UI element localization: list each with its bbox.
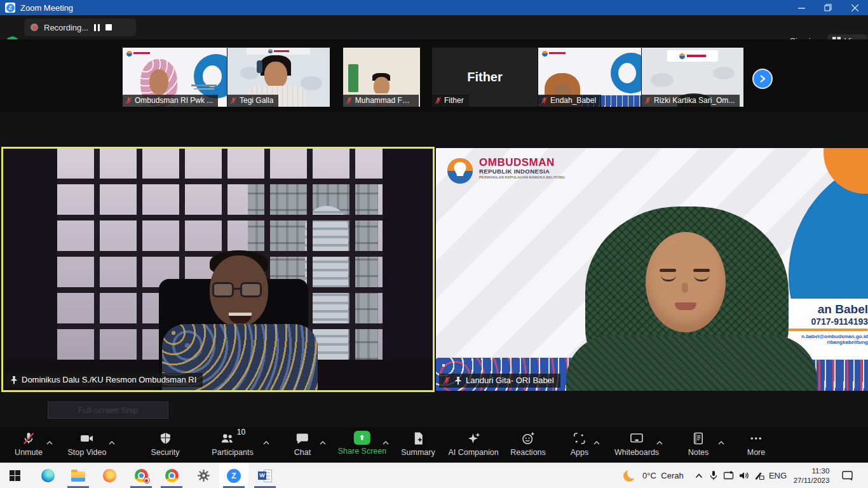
participants-options-chevron[interactable] [263, 436, 269, 447]
notes-button[interactable]: Notes [688, 431, 709, 457]
restore-button[interactable] [815, 0, 841, 15]
whiteboards-options-chevron[interactable] [656, 436, 663, 447]
taskbar-zoom[interactable]: Z [219, 463, 248, 488]
weather-temp[interactable]: 0°C [642, 463, 656, 488]
main-video-area: Dominikus Dalu S./KU Resmon Ombudsman RI… [0, 112, 868, 427]
taskbar-edge[interactable] [33, 463, 62, 488]
summary-doc-icon [410, 431, 426, 446]
muted-mic-icon [644, 97, 651, 105]
muted-mic-icon [230, 97, 237, 105]
active-video-nameplate: Dominikus Dalu S./KU Resmon Ombudsman RI [6, 373, 203, 387]
next-participants-button[interactable] [754, 70, 771, 88]
tray-display-cast[interactable] [724, 463, 735, 488]
tray-pen-input[interactable] [754, 463, 764, 488]
unmute-options-chevron[interactable] [46, 436, 53, 447]
display-icon [724, 471, 735, 480]
ombudsman-logo-icon [446, 157, 474, 185]
tray-expand-button[interactable] [695, 463, 703, 488]
pin-icon [454, 376, 462, 385]
person-eyebrow [693, 269, 710, 272]
tray-speaker[interactable] [739, 463, 750, 488]
participant-nameplate: Ombudsman RI Pwk ... [123, 95, 218, 107]
share-screen-button[interactable]: Share Screen [338, 431, 386, 456]
chat-options-chevron[interactable] [320, 436, 326, 447]
video-feed-landuri[interactable]: OMBUDSMAN REPUBLIK INDONESIA PERWAKILAN … [436, 148, 868, 391]
chat-bubble-icon [295, 431, 310, 446]
video-camera-icon [79, 431, 95, 446]
chevron-up-icon [718, 441, 724, 445]
chevron-up-icon [695, 473, 703, 478]
windows-logo-icon [10, 470, 20, 481]
thumb-decor [301, 76, 322, 90]
date-text: 27/11/2023 [794, 476, 830, 485]
muted-mic-icon [443, 376, 451, 385]
restore-icon [824, 4, 832, 11]
taskbar-clock[interactable]: 11:30 27/11/2023 [794, 463, 830, 488]
participant-tile[interactable]: Fither Fither [432, 48, 538, 107]
notes-options-chevron[interactable] [718, 436, 724, 447]
participant-tile[interactable]: Tegi Galla [227, 48, 330, 107]
weather-desc[interactable]: Cerah [661, 463, 683, 488]
minimize-icon [798, 4, 805, 11]
thumb-decor [713, 67, 735, 79]
snip-remnant: Full-screen Snip [48, 402, 168, 419]
weather-widget[interactable] [622, 463, 636, 488]
microphone-icon [709, 470, 718, 481]
stop-recording-button[interactable] [105, 24, 112, 30]
taskbar-chrome-1[interactable] [126, 463, 156, 488]
person-shoulders [566, 336, 817, 391]
participants-button[interactable]: 10 Participants [212, 431, 253, 457]
crescent-moon-icon [622, 469, 636, 483]
taskbar-chrome-2[interactable] [157, 463, 186, 488]
participants-icon [220, 431, 235, 446]
thumb-banner [667, 50, 718, 62]
video-feed-dominikus[interactable]: Dominikus Dalu S./KU Resmon Ombudsman RI [1, 147, 435, 392]
muted-mic-icon [541, 97, 548, 105]
chat-button[interactable]: Chat [294, 431, 311, 457]
summary-button[interactable]: Summary [401, 431, 435, 457]
apps-button[interactable]: Apps [571, 431, 589, 457]
pin-icon [10, 376, 18, 384]
chrome-icon [135, 469, 148, 482]
participant-tile[interactable]: Muhammad Fajar [343, 48, 420, 107]
taskbar-firefox[interactable] [95, 463, 124, 488]
stop-video-button[interactable]: Stop Video [68, 431, 107, 457]
start-button[interactable] [0, 463, 29, 488]
share-screen-icon [354, 431, 370, 445]
share-options-chevron[interactable] [383, 436, 389, 447]
more-button[interactable]: More [747, 431, 765, 457]
person-headphones [257, 60, 262, 73]
reactions-button[interactable]: Reactions [510, 431, 546, 457]
chevron-up-icon [383, 441, 389, 445]
thumb-logo [542, 51, 548, 57]
unmute-button[interactable]: Unmute [15, 431, 43, 457]
windows-taskbar: Z W 0°C Cerah [0, 463, 868, 488]
participant-tile[interactable]: Rizki Kartika Sari_Om... [642, 48, 743, 107]
chevron-up-icon [263, 441, 269, 445]
smiley-plus-icon [520, 431, 536, 446]
ai-companion-button[interactable]: AI Companion [448, 431, 498, 457]
close-button[interactable] [841, 0, 868, 15]
video-nameplate: Landuri Gita- ORI Babel [439, 374, 560, 388]
minimize-button[interactable] [788, 0, 815, 15]
participant-nameplate: Muhammad Fajar [343, 95, 419, 107]
card-divider [785, 329, 868, 331]
pause-recording-button[interactable] [94, 24, 100, 31]
thumb-logo [126, 51, 132, 57]
thumb-banner [247, 48, 310, 55]
thumb-decor [618, 63, 636, 83]
participant-tile[interactable]: Endah_Babel [538, 48, 641, 107]
whiteboards-button[interactable]: Whiteboards [614, 431, 659, 457]
taskbar-file-explorer[interactable] [64, 463, 93, 488]
apps-options-chevron[interactable] [593, 436, 600, 447]
security-button[interactable]: Security [151, 431, 179, 457]
language-indicator[interactable]: ENG [769, 463, 787, 488]
tray-microphone[interactable] [709, 463, 718, 488]
taskbar-settings[interactable] [189, 463, 218, 488]
notification-center-button[interactable] [842, 463, 853, 488]
chevron-right-icon [759, 75, 766, 83]
taskbar-word[interactable]: W [250, 463, 280, 488]
participant-tile[interactable]: Ombudsman RI Pwk ... [123, 48, 227, 107]
video-options-chevron[interactable] [109, 436, 115, 447]
gallery-strip: Ombudsman RI Pwk ... Tegi [0, 39, 868, 112]
